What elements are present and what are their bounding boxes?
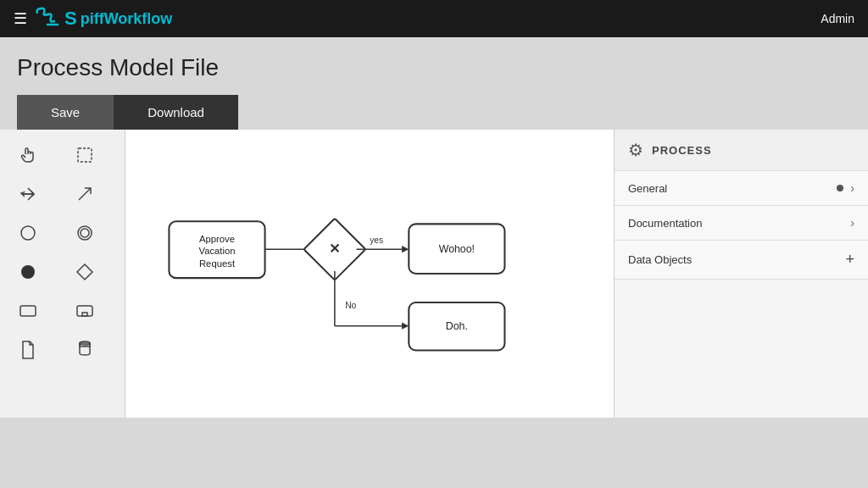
tool-filled-circle[interactable] [8,255,47,289]
documentation-controls: › [850,216,854,230]
properties-title: PROCESS [652,144,712,157]
navbar: ☰ S piffWorkflow Admin [0,0,868,37]
brand-text: piffWorkflow [81,10,173,28]
svg-point-5 [81,229,89,237]
brand-s-letter: S [64,8,77,30]
svg-text:Request: Request [199,258,236,269]
bpmn-diagram: Approve Vacation Request ✕ yes No Wohoo! [125,130,614,418]
svg-text:yes: yes [370,236,383,245]
page-title: Process Model File [17,54,851,81]
tool-data-store[interactable] [65,333,104,367]
properties-header: ⚙ PROCESS [615,130,868,171]
hamburger-icon[interactable]: ☰ [14,9,27,28]
svg-point-3 [21,226,35,240]
svg-rect-0 [78,148,92,162]
tool-circle[interactable] [8,216,47,250]
svg-rect-8 [20,306,36,316]
tool-double-circle[interactable] [65,216,104,250]
tools-panel [0,130,125,418]
tool-move[interactable] [8,177,47,211]
page-content: Process Model File Save Download [0,37,868,130]
svg-text:✕: ✕ [329,241,340,256]
filled-dot-icon [837,185,843,191]
canvas-area[interactable]: Approve Vacation Request ✕ yes No Wohoo! [125,130,614,418]
brand-logo: S piffWorkflow [34,6,172,31]
tool-diamond[interactable] [65,255,104,289]
chevron-right-icon: › [850,181,854,195]
tool-data-object[interactable] [8,333,47,367]
svg-rect-9 [77,306,92,316]
documentation-label: Documentation [628,217,702,230]
spiff-logo-icon [34,6,61,31]
svg-text:No: No [345,301,356,310]
svg-text:Approve: Approve [199,234,235,244]
plus-icon[interactable]: + [845,251,854,269]
tool-rectangle[interactable] [8,294,47,328]
tool-subprocess[interactable] [65,294,104,328]
svg-line-2 [79,188,91,200]
svg-text:Doh.: Doh. [446,320,468,332]
svg-rect-10 [82,313,87,316]
tool-hand[interactable] [8,138,47,172]
brand-wrapper: S piffWorkflow [34,6,172,31]
svg-marker-25 [402,323,409,330]
svg-marker-7 [77,264,92,280]
save-button[interactable]: Save [17,95,114,130]
svg-text:Wohoo!: Wohoo! [439,243,475,255]
properties-panel: ⚙ PROCESS General › Documentation › Data… [614,130,868,418]
svg-point-6 [21,265,35,279]
svg-marker-21 [402,246,409,252]
chevron-right-icon: › [850,216,854,230]
data-objects-controls: + [845,251,854,269]
tool-marquee[interactable] [65,138,104,172]
navbar-brand: ☰ S piffWorkflow [14,6,172,31]
general-label: General [628,182,667,195]
download-button[interactable]: Download [114,95,238,130]
general-controls: › [837,181,854,195]
admin-label: Admin [821,12,854,25]
properties-section-documentation[interactable]: Documentation › [615,206,868,241]
data-objects-label: Data Objects [628,253,692,266]
toolbar: Save Download [17,95,851,130]
tool-connect[interactable] [65,177,104,211]
properties-section-data-objects[interactable]: Data Objects + [615,241,868,280]
gear-icon: ⚙ [628,140,643,160]
properties-section-general[interactable]: General › [615,171,868,206]
editor-area: Approve Vacation Request ✕ yes No Wohoo! [0,130,868,418]
svg-text:Vacation: Vacation [198,246,235,256]
